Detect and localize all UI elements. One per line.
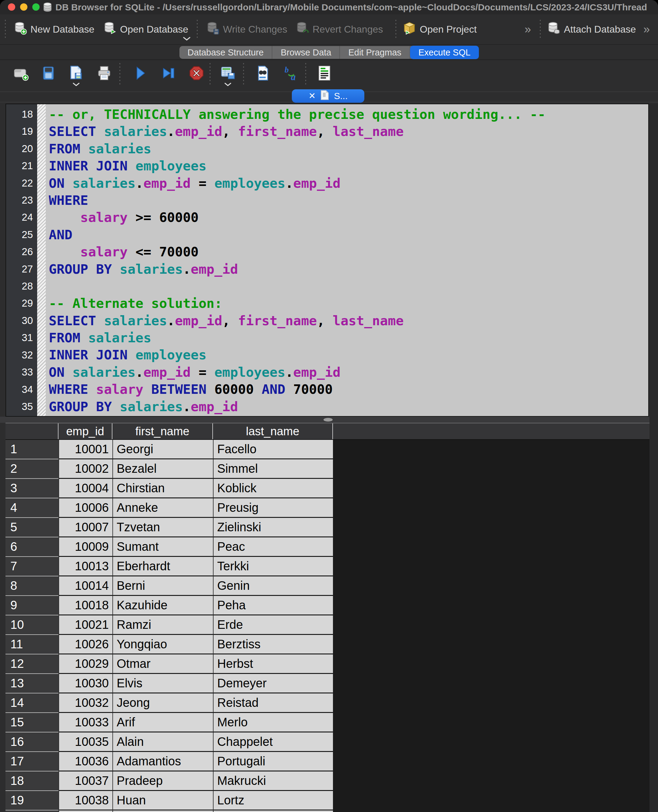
minimize-window-button[interactable] bbox=[20, 3, 27, 11]
save-results-button[interactable] bbox=[220, 65, 237, 82]
execute-current-line-button[interactable] bbox=[160, 65, 177, 82]
row-number-cell[interactable]: 4 bbox=[5, 498, 58, 518]
row-number-cell[interactable]: 5 bbox=[5, 518, 58, 537]
row-number-cell[interactable]: 17 bbox=[5, 752, 58, 771]
cell-last_name[interactable]: Zielinski bbox=[213, 518, 333, 537]
cell-last_name[interactable]: Peha bbox=[213, 596, 333, 616]
tab-execute-sql[interactable]: Execute SQL bbox=[410, 46, 479, 59]
cell-first_name[interactable]: Pradeep bbox=[113, 771, 213, 791]
chevron-down-icon[interactable] bbox=[183, 36, 191, 42]
cell-first_name[interactable]: Arif bbox=[113, 713, 213, 732]
row-number-cell[interactable]: 11 bbox=[5, 635, 58, 654]
new-database-button[interactable]: New Database bbox=[13, 14, 94, 44]
tab-database-structure[interactable]: Database Structure bbox=[179, 46, 273, 59]
cell-first_name[interactable]: Jeong bbox=[113, 693, 213, 713]
cell-emp_id[interactable]: 10014 bbox=[58, 576, 113, 596]
cell-emp_id[interactable]: 10001 bbox=[58, 440, 113, 459]
cell-first_name[interactable]: Huan bbox=[113, 791, 213, 810]
cell-last_name[interactable]: Chappelet bbox=[213, 732, 333, 752]
cell-emp_id[interactable]: 10006 bbox=[58, 498, 113, 518]
cell-emp_id[interactable]: 10013 bbox=[58, 557, 113, 576]
cell-last_name[interactable]: Herbst bbox=[213, 654, 333, 674]
cell-emp_id[interactable]: 10029 bbox=[58, 654, 113, 674]
close-tab-icon[interactable]: ✕ bbox=[309, 92, 316, 100]
cell-last_name[interactable]: Facello bbox=[213, 440, 333, 459]
cell-first_name[interactable]: Elvis bbox=[113, 674, 213, 693]
row-number-cell[interactable]: 19 bbox=[5, 791, 58, 810]
cell-first_name[interactable]: Alain bbox=[113, 732, 213, 752]
cell-emp_id[interactable]: 10007 bbox=[58, 518, 113, 537]
row-number-cell[interactable]: 14 bbox=[5, 693, 58, 713]
chevron-down-icon[interactable] bbox=[224, 82, 232, 88]
editor-results-splitter[interactable] bbox=[0, 417, 658, 423]
zoom-window-button[interactable] bbox=[32, 3, 39, 11]
cell-emp_id[interactable]: 10004 bbox=[58, 479, 113, 498]
cell-first_name[interactable]: Otmar bbox=[113, 654, 213, 674]
cell-last_name[interactable]: Peac bbox=[213, 537, 333, 557]
row-number-cell[interactable]: 10 bbox=[5, 616, 58, 635]
cell-last_name[interactable]: Demeyer bbox=[213, 674, 333, 693]
cell-emp_id[interactable]: 10021 bbox=[58, 616, 113, 635]
row-number-cell[interactable]: 6 bbox=[5, 537, 58, 557]
tab-edit-pragmas[interactable]: Edit Pragmas bbox=[340, 46, 410, 59]
attach-database-button[interactable]: Attach Database bbox=[547, 14, 636, 44]
cell-last_name[interactable]: Portugali bbox=[213, 752, 333, 771]
cell-emp_id[interactable]: 10033 bbox=[58, 713, 113, 732]
row-number-cell[interactable]: 2 bbox=[5, 459, 58, 479]
cell-first_name[interactable]: Berni bbox=[113, 576, 213, 596]
cell-emp_id[interactable]: 10036 bbox=[58, 752, 113, 771]
cell-emp_id[interactable]: 10032 bbox=[58, 693, 113, 713]
cell-last_name[interactable]: Erde bbox=[213, 616, 333, 635]
splitter-handle-icon[interactable] bbox=[324, 418, 333, 421]
row-number-cell[interactable]: 15 bbox=[5, 713, 58, 732]
cell-emp_id[interactable]: 10026 bbox=[58, 635, 113, 654]
cell-first_name[interactable]: Yongqiao bbox=[113, 635, 213, 654]
close-window-button[interactable] bbox=[8, 3, 15, 11]
cell-last_name[interactable]: Simmel bbox=[213, 459, 333, 479]
row-number-cell[interactable]: 16 bbox=[5, 732, 58, 752]
sql-editor[interactable]: 181920212223242526272829303132333435 -- … bbox=[5, 104, 649, 417]
cell-first_name[interactable]: Tzvetan bbox=[113, 518, 213, 537]
replace-text-button[interactable]: ba bbox=[283, 65, 299, 82]
cell-emp_id[interactable]: 10035 bbox=[58, 732, 113, 752]
toolbar-overflow-chevron-icon[interactable]: » bbox=[525, 14, 531, 44]
row-number-cell[interactable]: 3 bbox=[5, 479, 58, 498]
cell-last_name[interactable]: Terkki bbox=[213, 557, 333, 576]
column-header-emp_id[interactable]: emp_id bbox=[58, 423, 113, 439]
sql-tab[interactable]: ✕ S... bbox=[292, 89, 364, 103]
cell-emp_id[interactable]: 10037 bbox=[58, 771, 113, 791]
cell-first_name[interactable]: Bezalel bbox=[113, 459, 213, 479]
cell-emp_id[interactable]: 10009 bbox=[58, 537, 113, 557]
cell-last_name[interactable]: Merlo bbox=[213, 713, 333, 732]
row-number-cell[interactable]: 1 bbox=[5, 440, 58, 459]
cell-first_name[interactable]: Ramzi bbox=[113, 616, 213, 635]
column-header-last_name[interactable]: last_name bbox=[213, 423, 333, 439]
toolbar-overflow-chevron-icon[interactable]: » bbox=[643, 14, 650, 44]
cell-first_name[interactable]: Kazuhide bbox=[113, 596, 213, 616]
cell-last_name[interactable]: Genin bbox=[213, 576, 333, 596]
cell-emp_id[interactable]: 10002 bbox=[58, 459, 113, 479]
cell-last_name[interactable]: Lortz bbox=[213, 791, 333, 810]
vertical-scrollbar[interactable] bbox=[649, 104, 658, 812]
execute-all-button[interactable] bbox=[132, 65, 148, 82]
cell-emp_id[interactable]: 10018 bbox=[58, 596, 113, 616]
find-in-sql-button[interactable] bbox=[255, 65, 271, 82]
cell-last_name[interactable]: Koblick bbox=[213, 479, 333, 498]
open-database-button[interactable]: Open Database bbox=[103, 14, 188, 44]
cell-first_name[interactable]: Anneke bbox=[113, 498, 213, 518]
save-sql-file-button[interactable] bbox=[68, 65, 85, 82]
cell-last_name[interactable]: Makrucki bbox=[213, 771, 333, 791]
tab-browse-data[interactable]: Browse Data bbox=[273, 46, 340, 59]
cell-first_name[interactable]: Chirstian bbox=[113, 479, 213, 498]
row-number-cell[interactable]: 9 bbox=[5, 596, 58, 616]
cell-last_name[interactable]: Berztiss bbox=[213, 635, 333, 654]
cell-emp_id[interactable]: 10038 bbox=[58, 791, 113, 810]
cell-first_name[interactable]: Eberhardt bbox=[113, 557, 213, 576]
open-sql-file-button[interactable] bbox=[40, 65, 56, 82]
cell-first_name[interactable]: Sumant bbox=[113, 537, 213, 557]
new-sql-tab-button[interactable] bbox=[13, 65, 29, 82]
chevron-down-icon[interactable] bbox=[72, 82, 80, 88]
show-log-button[interactable] bbox=[316, 65, 333, 82]
row-number-cell[interactable]: 12 bbox=[5, 654, 58, 674]
cell-last_name[interactable]: Preusig bbox=[213, 498, 333, 518]
